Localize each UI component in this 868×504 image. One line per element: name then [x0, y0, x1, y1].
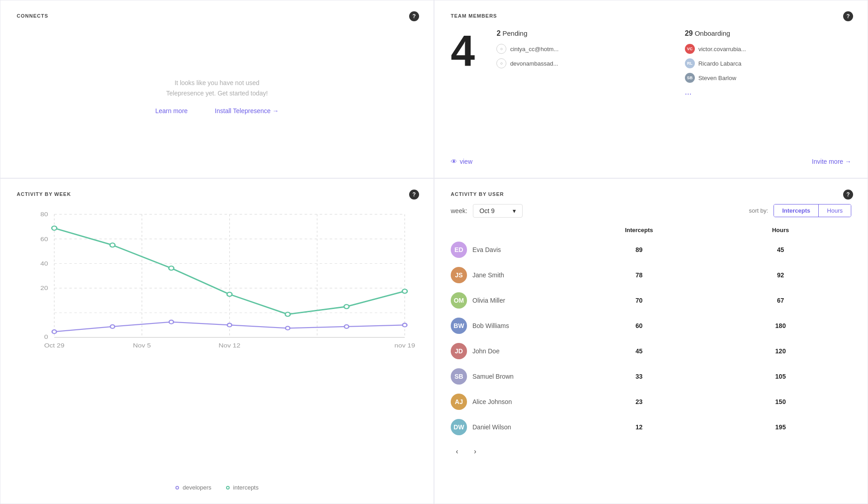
dashboard: CONNECTS ? It looks like you have not us…	[0, 0, 868, 504]
sort-hours-button[interactable]: Hours	[819, 204, 851, 217]
user-row: OM Olivia Miller 70 67	[451, 288, 851, 313]
user-row: JD John Doe 45 120	[451, 338, 851, 364]
user-hours: 180	[710, 322, 851, 329]
svg-text:Nov 12: Nov 12	[219, 342, 241, 348]
col-hours-header: Hours	[710, 227, 851, 233]
user-rows: ED Eva Davis 89 45 JS Jane Smith 78 92 O…	[451, 237, 851, 440]
pending-avatar-1: ○	[496, 44, 506, 54]
user-row: BW Bob Williams 60 180	[451, 313, 851, 338]
next-page-button[interactable]: ›	[469, 445, 481, 458]
svg-text:nov 19: nov 19	[394, 342, 415, 348]
svg-point-20	[52, 226, 57, 230]
connects-title: CONNECTS	[17, 13, 417, 19]
pagination: ‹ ›	[451, 443, 851, 458]
user-hours: 92	[710, 271, 851, 279]
onboarding-member-3: SB Steven Barlow	[685, 73, 851, 83]
user-hours: 105	[710, 373, 851, 380]
user-intercepts: 33	[568, 373, 710, 380]
activity-week-help-icon[interactable]: ?	[409, 190, 419, 200]
team-pending-section: 2 Pending ○ cintya_cc@hotm... ○ devonamb…	[496, 29, 663, 73]
team-members-card: TEAM MEMBERS ? 4 2 Pending ○ cintya_cc@h…	[434, 0, 868, 178]
activity-user-help-icon[interactable]: ?	[843, 190, 853, 200]
team-total-count: 4	[451, 29, 475, 73]
svg-point-27	[52, 330, 57, 333]
user-name-cell: JD John Doe	[451, 343, 568, 359]
pending-avatar-2: ○	[496, 58, 506, 68]
onboarding-avatar-2: RL	[685, 58, 695, 68]
user-row: JS Jane Smith 78 92	[451, 262, 851, 288]
svg-point-33	[402, 323, 407, 327]
chart-area: 80 60 40 20 0 Oct 29 Nov 5 Nov 12 nov 19	[17, 204, 417, 479]
user-avatar: AJ	[451, 394, 467, 410]
col-name-header	[451, 227, 568, 233]
invite-more-link[interactable]: Invite more →	[812, 158, 851, 165]
svg-point-21	[110, 243, 115, 247]
user-hours: 67	[710, 297, 851, 304]
user-intercepts: 12	[568, 423, 710, 431]
learn-more-link[interactable]: Learn more	[156, 107, 188, 114]
user-name-cell: DW Daniel Wilson	[451, 419, 568, 435]
user-avatar: JD	[451, 343, 467, 359]
activity-user-title: ACTIVITY BY USER	[451, 191, 851, 197]
onboarding-more-dots[interactable]: ...	[685, 87, 851, 97]
week-select-dropdown[interactable]: Oct 9 ▾	[473, 204, 523, 218]
svg-point-28	[110, 324, 115, 328]
user-avatar: JS	[451, 267, 467, 283]
activity-week-card: ACTIVITY BY WEEK ? 80 60 40	[0, 178, 434, 504]
eye-icon: 👁	[451, 158, 457, 165]
user-intercepts: 78	[568, 271, 710, 279]
team-pending-header: 2 Pending	[496, 29, 663, 38]
svg-text:40: 40	[40, 260, 48, 266]
user-table-header: Intercepts Hours	[451, 225, 851, 237]
svg-text:60: 60	[40, 235, 48, 242]
user-name-cell: OM Olivia Miller	[451, 292, 568, 309]
developers-legend-dot	[175, 486, 179, 490]
user-hours: 120	[710, 347, 851, 355]
sort-buttons: Intercepts Hours	[774, 204, 851, 217]
install-telepresence-link[interactable]: Install Telepresence →	[215, 107, 278, 114]
user-name: Samuel Brown	[472, 373, 514, 380]
pending-member-1: ○ cintya_cc@hotm...	[496, 44, 663, 54]
user-intercepts: 70	[568, 297, 710, 304]
user-name-cell: AJ Alice Johnson	[451, 394, 568, 410]
svg-point-26	[402, 289, 407, 293]
connects-help-icon[interactable]: ?	[409, 11, 419, 21]
user-avatar: DW	[451, 419, 467, 435]
team-help-icon[interactable]: ?	[843, 11, 853, 21]
legend-developers: developers	[175, 484, 212, 491]
user-name: Daniel Wilson	[472, 423, 511, 431]
team-footer: 👁 view Invite more →	[451, 152, 851, 165]
sort-intercepts-button[interactable]: Intercepts	[774, 204, 819, 217]
user-name: Alice Johnson	[472, 398, 512, 405]
user-hours: 45	[710, 246, 851, 253]
user-hours: 150	[710, 398, 851, 405]
user-row: DW Daniel Wilson 12 195	[451, 414, 851, 440]
chart-legend: developers intercepts	[17, 484, 417, 491]
user-intercepts: 89	[568, 246, 710, 253]
intercepts-legend-dot	[226, 486, 230, 490]
user-intercepts: 60	[568, 322, 710, 329]
svg-point-25	[344, 304, 349, 309]
svg-point-31	[286, 326, 290, 330]
line-chart: 80 60 40 20 0 Oct 29 Nov 5 Nov 12 nov 19	[17, 204, 417, 358]
user-name: John Doe	[472, 347, 500, 355]
user-avatar: OM	[451, 292, 467, 309]
team-title: TEAM MEMBERS	[451, 13, 851, 19]
svg-point-24	[285, 312, 290, 316]
user-row: ED Eva Davis 89 45	[451, 237, 851, 262]
user-name-cell: SB Samuel Brown	[451, 368, 568, 385]
user-name: Jane Smith	[472, 271, 504, 279]
prev-page-button[interactable]: ‹	[451, 445, 463, 458]
svg-point-32	[344, 324, 349, 328]
team-view-link[interactable]: 👁 view	[451, 158, 472, 165]
user-name: Bob Williams	[472, 322, 509, 329]
user-avatar: SB	[451, 368, 467, 385]
onboarding-avatar-1: VC	[685, 44, 695, 54]
svg-point-29	[169, 320, 174, 323]
connects-links: Learn more Install Telepresence →	[156, 107, 279, 114]
svg-text:20: 20	[40, 285, 48, 291]
col-intercepts-header: Intercepts	[568, 227, 710, 233]
svg-text:0: 0	[44, 333, 48, 340]
sort-label: sort by:	[749, 207, 769, 214]
connects-body: It looks like you have not used Telepres…	[17, 19, 417, 165]
